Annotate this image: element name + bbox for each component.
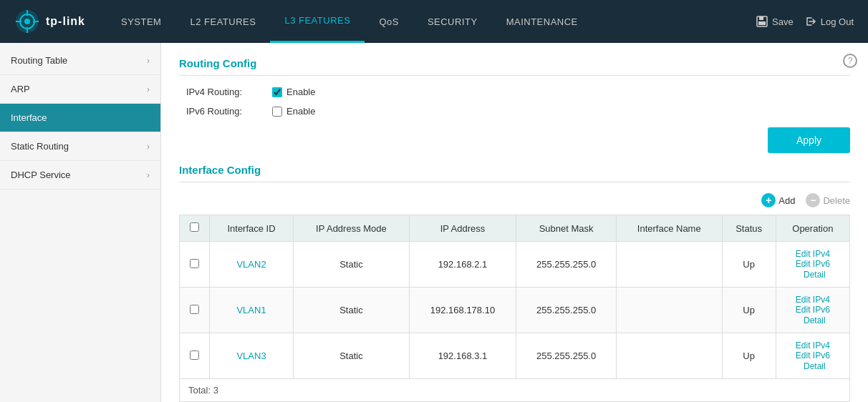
- row-ip-address: 192.168.178.10: [409, 288, 516, 333]
- select-all-checkbox[interactable]: [190, 222, 199, 232]
- row-checkbox[interactable]: [190, 259, 199, 268]
- add-button[interactable]: + Add: [761, 193, 795, 207]
- table-footer: Total: 3: [179, 379, 850, 402]
- row-status: Up: [722, 242, 776, 288]
- nav-l3features[interactable]: L3 FEATURES: [270, 0, 365, 43]
- sidebar-item-arp[interactable]: ARP ›: [0, 75, 160, 104]
- logo-area: tp-link: [14, 9, 85, 34]
- row-ip-address: 192.168.3.1: [409, 333, 516, 379]
- edit-ipv4-link[interactable]: Edit IPv4: [782, 295, 844, 305]
- sidebar-item-interface[interactable]: Interface: [0, 104, 160, 132]
- chevron-right-icon: ›: [147, 142, 150, 152]
- row-subnet-mask: 255.255.255.0: [516, 242, 617, 288]
- delete-label: Delete: [823, 195, 850, 206]
- sidebar-item-routing-table[interactable]: Routing Table ›: [0, 46, 160, 75]
- interface-table: Interface ID IP Address Mode IP Address …: [179, 215, 850, 379]
- table-actions: + Add − Delete: [179, 193, 850, 207]
- header-right: Save Log Out: [756, 15, 854, 28]
- row-interface-name: [616, 333, 722, 379]
- edit-ipv4-link[interactable]: Edit IPv4: [782, 340, 844, 350]
- logout-button[interactable]: Log Out: [804, 15, 854, 28]
- nav-items: SYSTEM L2 FEATURES L3 FEATURES QoS SECUR…: [107, 0, 756, 43]
- logout-icon: [804, 15, 817, 28]
- row-interface-id: VLAN1: [209, 288, 293, 333]
- total-count: Total: 3: [188, 385, 218, 396]
- svg-rect-9: [758, 21, 766, 25]
- row-status: Up: [722, 333, 776, 379]
- row-checkbox-cell: [180, 333, 210, 379]
- apply-row: Apply: [179, 127, 850, 153]
- detail-link[interactable]: Detail: [804, 361, 826, 371]
- save-label: Save: [772, 16, 794, 27]
- logo-text: tp-link: [46, 15, 85, 28]
- edit-ipv6-link[interactable]: Edit IPv6: [782, 350, 844, 361]
- sidebar-static-routing-label: Static Routing: [11, 141, 69, 152]
- svg-point-2: [24, 19, 30, 24]
- nav-l2features[interactable]: L2 FEATURES: [175, 0, 270, 43]
- nav-maintenance[interactable]: MAINTENANCE: [492, 0, 592, 43]
- header: tp-link SYSTEM L2 FEATURES L3 FEATURES Q…: [0, 0, 868, 43]
- content: ? Routing Config IPv4 Routing: Enable IP…: [161, 43, 868, 402]
- ipv6-routing-checkbox[interactable]: [272, 107, 282, 117]
- sidebar-arp-label: ARP: [11, 84, 30, 94]
- row-interface-name: [616, 288, 722, 333]
- help-icon[interactable]: ?: [843, 54, 857, 68]
- nav-qos[interactable]: QoS: [365, 0, 413, 43]
- row-interface-id: VLAN2: [209, 242, 293, 288]
- row-checkbox-cell: [180, 242, 210, 288]
- chevron-right-icon: ›: [147, 56, 150, 66]
- apply-button[interactable]: Apply: [768, 127, 850, 153]
- add-label: Add: [778, 195, 795, 206]
- header-checkbox-col: [180, 215, 210, 242]
- ipv4-routing-checkbox-group: Enable: [272, 87, 315, 97]
- logout-label: Log Out: [821, 16, 854, 27]
- header-subnet-mask: Subnet Mask: [516, 215, 617, 242]
- row-ip-address: 192.168.2.1: [409, 242, 516, 288]
- table-row: VLAN2 Static 192.168.2.1 255.255.255.0 U…: [180, 242, 850, 288]
- save-icon: [756, 15, 768, 28]
- sidebar-item-static-routing[interactable]: Static Routing ›: [0, 132, 160, 161]
- sidebar: Routing Table › ARP › Interface Static R…: [0, 43, 161, 402]
- row-checkbox[interactable]: [190, 305, 199, 314]
- ipv4-routing-checkbox[interactable]: [272, 87, 282, 97]
- ipv6-routing-row: IPv6 Routing: Enable: [179, 106, 850, 117]
- header-ip-address: IP Address: [409, 215, 516, 242]
- row-ip-mode: Static: [294, 333, 409, 379]
- main-layout: Routing Table › ARP › Interface Static R…: [0, 43, 868, 402]
- save-button[interactable]: Save: [756, 15, 794, 28]
- delete-button[interactable]: − Delete: [806, 193, 850, 207]
- interface-config-title: Interface Config: [179, 164, 850, 182]
- row-checkbox-cell: [180, 288, 210, 333]
- edit-ipv6-link[interactable]: Edit IPv6: [782, 259, 844, 269]
- nav-system[interactable]: SYSTEM: [107, 0, 175, 43]
- row-operation: Edit IPv4 Edit IPv6 Detail: [776, 333, 849, 379]
- row-subnet-mask: 255.255.255.0: [516, 333, 617, 379]
- header-interface-name: Interface Name: [616, 215, 722, 242]
- detail-link[interactable]: Detail: [804, 315, 826, 325]
- header-interface-id: Interface ID: [209, 215, 293, 242]
- table-row: VLAN1 Static 192.168.178.10 255.255.255.…: [180, 288, 850, 333]
- row-ip-mode: Static: [294, 288, 409, 333]
- row-subnet-mask: 255.255.255.0: [516, 288, 617, 333]
- logo-icon: [14, 9, 40, 34]
- row-ip-mode: Static: [294, 242, 409, 288]
- sidebar-interface-label: Interface: [11, 112, 47, 123]
- detail-link[interactable]: Detail: [804, 270, 826, 280]
- table-row: VLAN3 Static 192.168.3.1 255.255.255.0 U…: [180, 333, 850, 379]
- ipv4-routing-row: IPv4 Routing: Enable: [179, 87, 850, 97]
- sidebar-item-dhcp-service[interactable]: DHCP Service ›: [0, 161, 160, 190]
- edit-ipv4-link[interactable]: Edit IPv4: [782, 249, 844, 259]
- ipv4-routing-label: IPv4 Routing:: [186, 87, 272, 97]
- ipv6-routing-label: IPv6 Routing:: [186, 106, 272, 117]
- ipv4-enable-label[interactable]: Enable: [286, 87, 315, 97]
- svg-rect-8: [759, 16, 763, 20]
- row-checkbox[interactable]: [190, 350, 199, 360]
- ipv6-enable-label[interactable]: Enable: [286, 106, 315, 117]
- chevron-right-icon: ›: [147, 84, 150, 94]
- sidebar-routing-table-label: Routing Table: [11, 55, 67, 66]
- header-ip-mode: IP Address Mode: [294, 215, 409, 242]
- row-interface-name: [616, 242, 722, 288]
- ipv6-routing-checkbox-group: Enable: [272, 106, 315, 117]
- edit-ipv6-link[interactable]: Edit IPv6: [782, 305, 844, 315]
- nav-security[interactable]: SECURITY: [413, 0, 492, 43]
